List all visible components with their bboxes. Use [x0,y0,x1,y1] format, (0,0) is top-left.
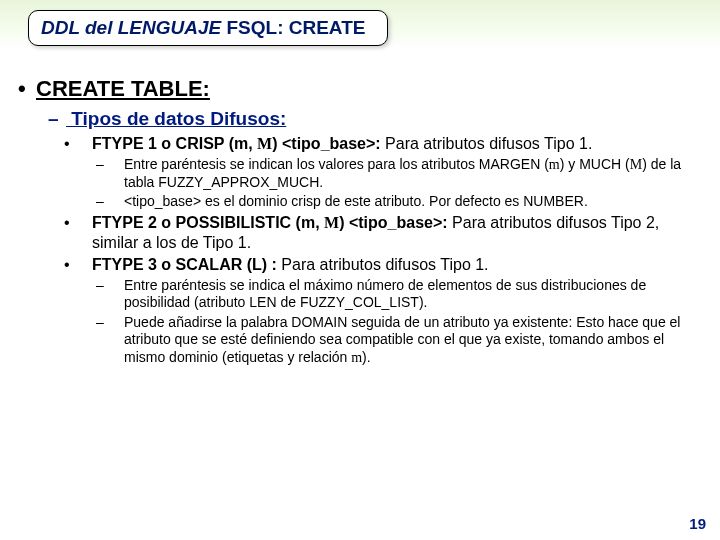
item-ftype1-sub-a: –Entre paréntesis se indican los valores… [124,156,702,191]
item-ftype2: •FTYPE 2 o POSSIBILISTIC (m, M) <tipo_ba… [92,213,702,253]
heading-tipos-datos: – Tipos de datos Difusos: [48,108,702,130]
title-italic: DDL del LENGUAJE [41,17,221,38]
heading-create-table: •CREATE TABLE: [18,76,702,102]
slide-content: •CREATE TABLE: – Tipos de datos Difusos:… [18,70,702,368]
page-number: 19 [689,515,706,532]
item-ftype1-sub-b: –<tipo_base> es el dominio crisp de este… [124,193,702,211]
item-ftype1: •FTYPE 1 o CRISP (m, M) <tipo_base>: Par… [92,134,702,154]
slide-title-box: DDL del LENGUAJE FSQL: CREATE [28,10,388,46]
title-plain: FSQL: CREATE [221,17,365,38]
item-ftype3-sub-b: –Puede añadirse la palabra DOMAIN seguid… [124,314,702,367]
item-ftype3: •FTYPE 3 o SCALAR (L) : Para atributos d… [92,255,702,275]
l2-text: Tipos de datos Difusos: [66,108,286,129]
item-ftype3-sub-a: –Entre paréntesis se indica el máximo nú… [124,277,702,312]
l1-text: CREATE TABLE: [36,76,210,101]
